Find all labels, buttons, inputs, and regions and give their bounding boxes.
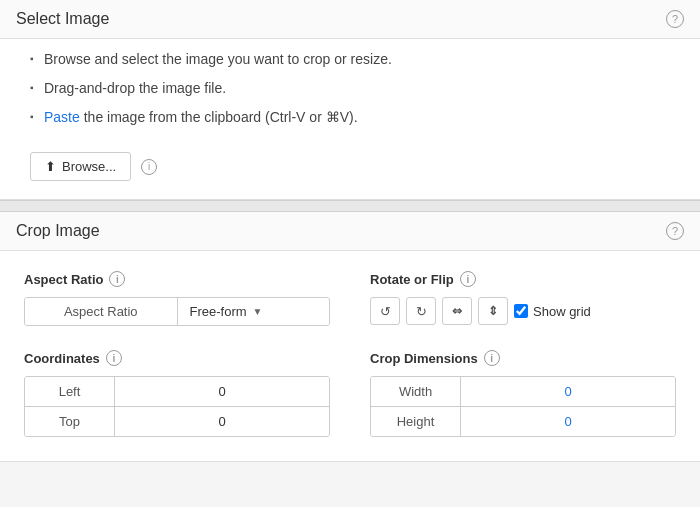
rotate-flip-label: Rotate or Flip xyxy=(370,272,454,287)
aspect-ratio-group: Aspect Ratio i Aspect Ratio Free-form ▼ xyxy=(24,271,330,326)
coord-top-label: Top xyxy=(25,407,115,436)
flip-horizontal-button[interactable]: ⇔ xyxy=(442,297,472,325)
crop-width-value[interactable]: 0 xyxy=(461,377,675,406)
dropdown-arrow-icon: ▼ xyxy=(253,306,263,317)
crop-image-body: Aspect Ratio i Aspect Ratio Free-form ▼ … xyxy=(0,251,700,461)
aspect-ratio-info-icon[interactable]: i xyxy=(109,271,125,287)
browse-info-icon[interactable]: i xyxy=(141,159,157,175)
flip-vertical-button[interactable]: ⇕ xyxy=(478,297,508,325)
crop-grid: Aspect Ratio i Aspect Ratio Free-form ▼ … xyxy=(24,271,676,437)
browse-button[interactable]: ⬆ Browse... xyxy=(30,152,131,181)
crop-height-row: Height 0 xyxy=(371,407,675,436)
rotate-flip-controls: ↺ ↻ ⇔ ⇕ Show grid xyxy=(370,297,676,325)
aspect-ratio-value: Free-form xyxy=(190,304,247,319)
select-image-title: Select Image xyxy=(16,10,109,28)
select-image-instructions: Browse and select the image you want to … xyxy=(0,39,700,152)
coord-top-value[interactable]: 0 xyxy=(115,407,329,436)
crop-dimensions-label: Crop Dimensions xyxy=(370,351,478,366)
aspect-ratio-label-row: Aspect Ratio i xyxy=(24,271,330,287)
coordinates-label: Coordinates xyxy=(24,351,100,366)
crop-image-section: Crop Image ? Aspect Ratio i Aspect Ratio… xyxy=(0,212,700,462)
instruction-item-2: Drag-and-drop the image file. xyxy=(30,78,680,99)
crop-dimensions-table: Width 0 Height 0 xyxy=(370,376,676,437)
show-grid-checkbox[interactable] xyxy=(514,304,528,318)
section-separator xyxy=(0,200,700,212)
aspect-ratio-label: Aspect Ratio xyxy=(24,272,103,287)
instruction-item-3: Paste the image from the clipboard (Ctrl… xyxy=(30,107,680,128)
coord-left-row: Left 0 xyxy=(25,377,329,407)
coordinates-info-icon[interactable]: i xyxy=(106,350,122,366)
rotate-right-button[interactable]: ↻ xyxy=(406,297,436,325)
show-grid-text: Show grid xyxy=(533,304,591,319)
rotate-flip-label-row: Rotate or Flip i xyxy=(370,271,676,287)
select-image-header: Select Image ? xyxy=(0,0,700,39)
flip-v-icon: ⇕ xyxy=(488,304,498,318)
coordinates-label-row: Coordinates i xyxy=(24,350,330,366)
flip-h-icon: ⇔ xyxy=(452,304,462,318)
coordinates-table: Left 0 Top 0 xyxy=(24,376,330,437)
crop-height-value[interactable]: 0 xyxy=(461,407,675,436)
coord-left-label: Left xyxy=(25,377,115,406)
rotate-left-button[interactable]: ↺ xyxy=(370,297,400,325)
crop-image-title: Crop Image xyxy=(16,222,100,240)
crop-width-label: Width xyxy=(371,377,461,406)
crop-height-label: Height xyxy=(371,407,461,436)
instruction-item-1: Browse and select the image you want to … xyxy=(30,49,680,70)
show-grid-label[interactable]: Show grid xyxy=(514,304,591,319)
browse-row: ⬆ Browse... i xyxy=(0,152,700,199)
rotate-right-icon: ↻ xyxy=(416,304,427,319)
aspect-ratio-control: Aspect Ratio Free-form ▼ xyxy=(24,297,330,326)
crop-width-row: Width 0 xyxy=(371,377,675,407)
coordinates-group: Coordinates i Left 0 Top 0 xyxy=(24,350,330,437)
crop-image-header: Crop Image ? xyxy=(0,212,700,251)
crop-image-help-icon[interactable]: ? xyxy=(666,222,684,240)
crop-dimensions-info-icon[interactable]: i xyxy=(484,350,500,366)
select-image-section: Select Image ? Browse and select the ima… xyxy=(0,0,700,200)
paste-link: Paste xyxy=(44,109,80,125)
coord-top-row: Top 0 xyxy=(25,407,329,436)
aspect-ratio-cell-label: Aspect Ratio xyxy=(25,298,178,325)
browse-button-label: Browse... xyxy=(62,159,116,174)
crop-dimensions-group: Crop Dimensions i Width 0 Height 0 xyxy=(370,350,676,437)
rotate-flip-group: Rotate or Flip i ↺ ↻ ⇔ ⇕ xyxy=(370,271,676,326)
aspect-ratio-dropdown[interactable]: Free-form ▼ xyxy=(178,298,330,325)
select-image-help-icon[interactable]: ? xyxy=(666,10,684,28)
rotate-left-icon: ↺ xyxy=(380,304,391,319)
crop-dimensions-label-row: Crop Dimensions i xyxy=(370,350,676,366)
upload-icon: ⬆ xyxy=(45,159,56,174)
coord-left-value[interactable]: 0 xyxy=(115,377,329,406)
rotate-flip-info-icon[interactable]: i xyxy=(460,271,476,287)
